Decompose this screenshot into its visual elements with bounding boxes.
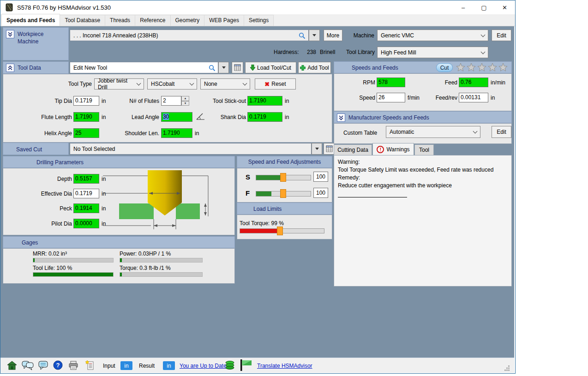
new-document-icon[interactable] xyxy=(85,360,95,370)
tab-settings[interactable]: Settings xyxy=(244,15,274,26)
custom-table-edit-button[interactable]: Edit xyxy=(492,126,511,138)
feed-rev-field[interactable]: 0.00131 xyxy=(459,93,488,102)
flag-icon[interactable] xyxy=(240,359,252,371)
home-icon[interactable] xyxy=(7,361,17,370)
helix-angle-field[interactable]: 25 xyxy=(73,128,99,138)
lead-angle-field[interactable]: 30 xyxy=(161,112,192,122)
collapse-tool-data-icon[interactable] xyxy=(6,64,14,72)
tool-table-icon-button[interactable] xyxy=(232,62,243,73)
pilot-dia-field[interactable]: 0.0000 xyxy=(73,219,99,228)
feed-field[interactable]: 0.76 xyxy=(459,78,488,87)
table-icon xyxy=(234,64,241,71)
f-slider-value[interactable]: 100 xyxy=(313,188,328,198)
resize-grip[interactable] xyxy=(504,365,510,371)
saved-cut-dropdown-button[interactable] xyxy=(312,143,322,155)
search-icon[interactable] xyxy=(299,32,306,39)
maximize-button[interactable]: ▢ xyxy=(474,0,494,14)
speed-label: Speed xyxy=(347,95,375,101)
help-icon[interactable]: ? xyxy=(53,360,63,370)
hardness-value: 238 xyxy=(307,49,316,55)
minimize-button[interactable]: – xyxy=(453,0,474,14)
update-status-link[interactable]: You are Up to Date xyxy=(180,363,227,369)
reset-button[interactable]: ✖ Reset xyxy=(255,78,296,90)
manufacturer-title: Manufacturer Speeds and Feeds xyxy=(348,114,429,121)
chat-icon[interactable] xyxy=(22,361,34,370)
star-icon[interactable] xyxy=(456,63,465,72)
flutes-field[interactable]: 2 xyxy=(161,96,181,106)
saved-cut-combobox[interactable]: No Tool Selected xyxy=(70,143,312,155)
tool-torque-handle[interactable] xyxy=(277,227,283,235)
material-combobox[interactable]: . . . Inconel 718 Annealed (238HB) xyxy=(70,30,309,41)
rpm-field[interactable]: 578 xyxy=(377,78,405,87)
tab-warnings[interactable]: ! Warnings xyxy=(372,143,414,155)
shank-dia-field[interactable]: 0.1719 xyxy=(247,112,282,122)
effective-dia-field[interactable]: 0.1719 xyxy=(73,189,99,198)
star-icon[interactable] xyxy=(498,63,508,72)
f-slider-track[interactable] xyxy=(256,191,311,197)
tip-dia-field[interactable]: 0.1719 xyxy=(73,96,99,106)
stepper-down-icon[interactable]: ▼ xyxy=(181,101,189,106)
s-slider-track[interactable] xyxy=(256,175,311,180)
peck-field[interactable]: 0.1914 xyxy=(73,203,99,213)
result-units-badge[interactable]: in xyxy=(163,361,175,370)
search-icon[interactable] xyxy=(209,65,216,72)
tool-material-select[interactable]: HSCobalt xyxy=(147,78,197,90)
f-slider-handle[interactable] xyxy=(280,189,286,198)
s-slider-handle[interactable] xyxy=(280,173,286,182)
tool-type-select[interactable]: Jobber twist Drill xyxy=(94,78,144,90)
custom-table-select[interactable]: Automatic xyxy=(386,126,480,138)
tab-geometry[interactable]: Geometry xyxy=(170,15,205,26)
tool-name-dropdown-button[interactable] xyxy=(218,62,229,73)
depth-field[interactable]: 0.5157 xyxy=(73,174,99,184)
load-tool-cut-button[interactable]: Load Tool/Cut xyxy=(245,62,296,73)
tab-speeds-and-feeds[interactable]: Speeds and Feeds xyxy=(1,14,60,26)
adjustments-header: Speed and Feed Adjustments xyxy=(237,156,332,168)
collapse-workpiece-icon[interactable] xyxy=(6,30,14,38)
more-button[interactable]: More xyxy=(324,30,342,41)
tab-threads[interactable]: Threads xyxy=(105,15,135,26)
tab-reference[interactable]: Reference xyxy=(135,15,170,26)
tool-coating-select[interactable]: None xyxy=(200,78,250,90)
chevron-down-icon xyxy=(481,49,486,54)
s-slider-value[interactable]: 100 xyxy=(313,172,328,182)
translate-link[interactable]: Translate HSMAdvisor xyxy=(257,363,312,369)
speed-field[interactable]: 26 xyxy=(377,93,405,102)
comment-icon[interactable] xyxy=(38,361,48,370)
machine-edit-button[interactable]: Edit xyxy=(492,30,511,41)
tool-torque-track[interactable] xyxy=(240,228,324,233)
add-tool-button[interactable]: Add Tool xyxy=(298,62,331,73)
shoulder-len-field[interactable]: 1.7190 xyxy=(161,128,192,138)
input-units-badge[interactable]: in xyxy=(120,361,132,370)
saved-cut-value: No Tool Selected xyxy=(73,146,115,152)
tool-rating-stars[interactable] xyxy=(456,63,508,72)
tool-library-label: Tool Library xyxy=(341,49,375,55)
saved-cut-title: Saved Cut xyxy=(16,146,42,153)
flute-length-field[interactable]: 1.7190 xyxy=(73,112,99,122)
collapse-manufacturer-icon[interactable] xyxy=(337,113,345,122)
tab-tool-database[interactable]: Tool Database xyxy=(60,15,105,26)
material-dropdown-button[interactable] xyxy=(309,30,320,41)
tab-tool[interactable]: Tool xyxy=(414,144,434,155)
tool-name-combobox[interactable]: Edit New Tool xyxy=(70,62,218,73)
flute-length-unit: in xyxy=(102,114,106,120)
star-icon[interactable] xyxy=(488,63,497,72)
tab-web-pages[interactable]: WEB Pages xyxy=(204,15,244,26)
gages-title: Gages xyxy=(22,239,38,246)
star-icon[interactable] xyxy=(467,63,476,72)
flutes-stepper[interactable]: ▲ ▼ xyxy=(181,96,189,106)
database-icon[interactable] xyxy=(225,360,235,370)
f-slider-label: F xyxy=(246,189,250,197)
tab-cutting-data[interactable]: Cutting Data xyxy=(334,144,372,155)
cut-badge[interactable]: Cut xyxy=(436,63,453,72)
print-icon[interactable] xyxy=(69,361,78,370)
machine-select[interactable]: Generic VMC xyxy=(377,30,488,41)
tool-library-select[interactable]: High Feed Mill xyxy=(377,47,488,58)
stepper-up-icon[interactable]: ▲ xyxy=(181,96,189,101)
warning-exclamation-icon: ! xyxy=(377,146,384,153)
stickout-field[interactable]: 1.7190 xyxy=(247,96,282,106)
saved-cut-header: Saved Cut xyxy=(3,143,69,155)
star-icon[interactable] xyxy=(477,63,486,72)
feed-rev-label: Feed/rev xyxy=(426,95,457,101)
saved-cut-table-icon-button[interactable] xyxy=(324,143,335,155)
close-button[interactable]: ✕ xyxy=(494,0,515,14)
